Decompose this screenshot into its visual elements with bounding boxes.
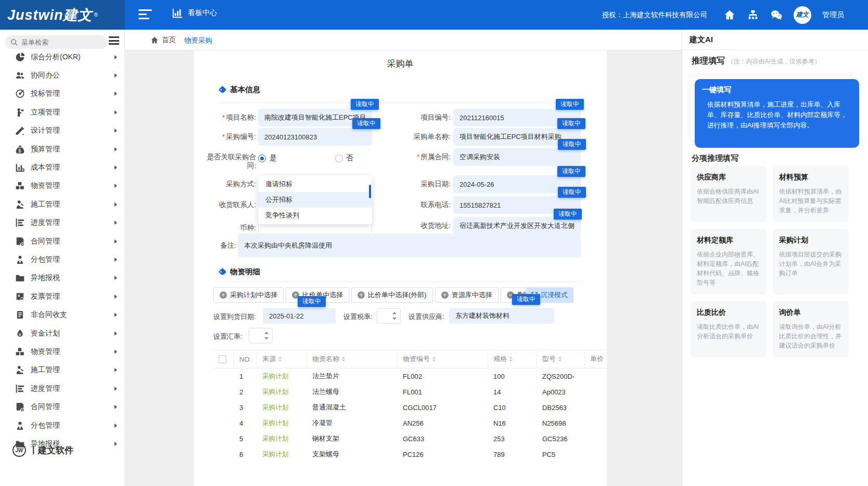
sidebar-menu: 综合分析(OKR) 协同办公 投标管理 立项管理 (0, 48, 125, 453)
dropdown-option[interactable]: 竞争性谈判 (258, 208, 372, 223)
sidebar-menu-item[interactable]: 资金计划 (0, 324, 125, 342)
breadcrumb-home[interactable]: 首页 (151, 35, 176, 45)
menu-item-icon (15, 237, 25, 246)
board-center-link[interactable]: 看板中心 (172, 7, 217, 19)
purchase-no-field[interactable]: 20240123100823 (258, 128, 372, 146)
ai-inference-card[interactable]: 材料预算 依据材料预算清单，由AI比对预算量与实际需求量，并分析差异 (773, 166, 849, 222)
toolbar-button[interactable]: + 比价单中选择(外部) (351, 287, 433, 303)
sidebar-menu-item[interactable]: 施工管理 (0, 195, 125, 213)
step-down-icon[interactable] (264, 337, 269, 340)
sidebar-menu-item[interactable]: 协同办公 (0, 66, 125, 84)
one-click-fill-card[interactable]: 一键填写 依据材料预算清单，施工进度，出库单、入库单、库存量、比质比价单、材料内… (695, 79, 859, 148)
col-name[interactable]: 物资名称 (307, 350, 398, 368)
dropdown-option-highlighted[interactable]: 公开招标 (258, 192, 372, 208)
dropdown-scrollbar[interactable] (369, 185, 371, 198)
cell-source: 采购计划 (257, 372, 307, 381)
sort-icon[interactable] (606, 356, 607, 362)
sidebar-menu-item[interactable]: 成本管理 (0, 158, 125, 176)
search-input[interactable] (21, 39, 94, 46)
status-badge: 读取中 (512, 294, 540, 305)
address-field[interactable]: 宿迁高新技术产业开发区开发大道北侧 (453, 217, 581, 235)
ai-inference-card[interactable]: 材料定额库 依据企业内部物资库、材料定额库，由AI匹配材料代码、品牌、规格型号等 (691, 229, 767, 295)
sort-icon[interactable] (278, 356, 282, 362)
menu-item-label: 发票管理 (31, 292, 60, 301)
sitemap-icon[interactable] (747, 9, 759, 21)
avatar[interactable]: 建文 (794, 6, 811, 24)
col-price[interactable]: 单价 (585, 350, 607, 368)
menu-search[interactable] (5, 35, 107, 49)
table-row[interactable]: 4 采购计划 冷凝管 AN256 N16 N25698 (213, 415, 607, 431)
toolbar-button[interactable]: + 资源库中选择 (435, 287, 499, 303)
username[interactable]: 管理员 (822, 10, 844, 20)
select-all-checkbox[interactable] (219, 355, 226, 363)
ai-inference-card[interactable]: 比质比价 读取比质比价单，由AI分析适合的采购单价 (691, 301, 767, 357)
sort-icon[interactable] (342, 356, 345, 362)
brand-logo-text: Justwin建文 (7, 6, 93, 24)
chevron-right-icon (114, 368, 117, 372)
delivery-date-field[interactable]: 2025-01-22 (263, 308, 336, 324)
chevron-right-icon (114, 442, 117, 446)
table-row[interactable]: 3 采购计划 普通混凝土 CGCL0017 C10 DB2563 (213, 400, 607, 415)
sidebar-menu-item[interactable]: 物资管理 (0, 342, 125, 361)
sidebar-menu-item[interactable]: 发票管理 (0, 287, 125, 305)
sidebar-menu-item[interactable]: 合同管理 (0, 232, 125, 250)
radio-no[interactable]: 否 (335, 154, 354, 163)
sidebar-menu-item[interactable]: 物资管理 (0, 177, 125, 195)
sidebar-menu-item[interactable]: 投标管理 (0, 85, 125, 103)
sidebar-menu-item[interactable]: 进度管理 (0, 214, 125, 232)
cell-no: 2 (234, 388, 257, 396)
wechat-icon[interactable] (770, 9, 783, 21)
contract-label: *所属合同: (388, 152, 451, 161)
ai-inference-card[interactable]: 供应商库 依据合格供应商库由AI智能匹配供应商信息 (691, 166, 767, 222)
ai-section-title: 推理填写 （注：内容由AI生成，仅供参考） (692, 56, 821, 67)
radio-yes[interactable]: 是 (258, 154, 277, 163)
sidebar-menu-item[interactable]: 进度管理 (0, 379, 125, 398)
step-up-icon[interactable] (264, 331, 269, 334)
step-down-icon[interactable] (392, 317, 397, 320)
cell-no: 1 (234, 373, 257, 380)
brand-logo[interactable]: Justwin建文 ® (0, 0, 125, 30)
contract-field[interactable]: 空调采购安装 (453, 148, 581, 166)
sort-icon[interactable] (509, 356, 513, 362)
table-row[interactable]: 2 采购计划 法兰螺母 FL001 14 Ap0023 (213, 384, 607, 400)
supplier-field[interactable]: 东方建材装饰材料 (449, 308, 554, 324)
remark-field[interactable]: 本次采购由中央机房降温使用 (238, 234, 581, 258)
col-code[interactable]: 物资编号 (398, 350, 488, 368)
topbar-right-group: 授权：上海建文软件科技有限公司 建文 管理员 (602, 0, 868, 30)
menu-item-icon (15, 108, 25, 117)
sidebar-menu-item[interactable]: 设计管理 (0, 122, 125, 140)
dropdown-option[interactable]: 邀请招标 (258, 176, 372, 192)
col-spec[interactable]: 规格 (488, 350, 537, 368)
sidebar-menu-item[interactable]: 异地报税 (0, 269, 125, 287)
table-row[interactable]: 5 采购计划 钢材支架 GC633 253 GC5236 (213, 431, 607, 446)
ai-inference-card[interactable]: 采购计划 依据项目部提交的采购计划单，由AI合并为采购订单 (773, 229, 849, 295)
sidebar-menu-item[interactable]: 施工管理 (0, 361, 125, 379)
menu-item-icon (15, 421, 25, 430)
plus-minus-icon: + (441, 291, 449, 299)
exchange-rate-stepper[interactable] (249, 328, 273, 343)
toolbar-button[interactable]: + 采购计划中选择 (213, 287, 284, 303)
col-source[interactable]: 来源 (257, 350, 307, 368)
table-row[interactable]: 6 采购计划 支架螺母 PC126 789 PC5 (213, 446, 607, 462)
col-model[interactable]: 型号 (537, 350, 585, 368)
sidebar-menu-item[interactable]: 立项管理 (0, 103, 125, 121)
sidebar-menu-item[interactable]: 非合同收支 (0, 305, 125, 324)
sidebar-menu-item[interactable]: 分包管理 (0, 250, 125, 268)
breadcrumb-current-tab[interactable]: 物资采购 (184, 36, 212, 45)
step-up-icon[interactable] (392, 312, 397, 314)
ai-inference-card[interactable]: 询价单 读取询价单，由AI分析比质比价的合理性，并建议适合的采购单价 (773, 301, 849, 357)
sort-icon[interactable] (432, 356, 436, 362)
home-icon[interactable] (723, 9, 736, 21)
menu-toggle-icon[interactable] (138, 9, 152, 20)
cell-spec: 14 (488, 388, 537, 396)
sidebar-menu-item[interactable]: 合同管理 (0, 398, 125, 416)
sidebar-menu-item[interactable]: 综合分析(OKR) (0, 48, 125, 66)
sort-icon[interactable] (558, 356, 561, 362)
menu-list-icon[interactable] (109, 36, 119, 46)
cell-model: N25698 (537, 419, 585, 427)
sidebar-menu-item[interactable]: 预算管理 (0, 140, 125, 158)
col-no[interactable]: NO. (234, 350, 257, 368)
sidebar-menu-item[interactable]: 分包管理 (0, 416, 125, 434)
table-row[interactable]: 1 采购计划 法兰垫片 FL002 100 ZQS200D- (213, 368, 607, 384)
tax-rate-stepper[interactable] (377, 308, 401, 324)
